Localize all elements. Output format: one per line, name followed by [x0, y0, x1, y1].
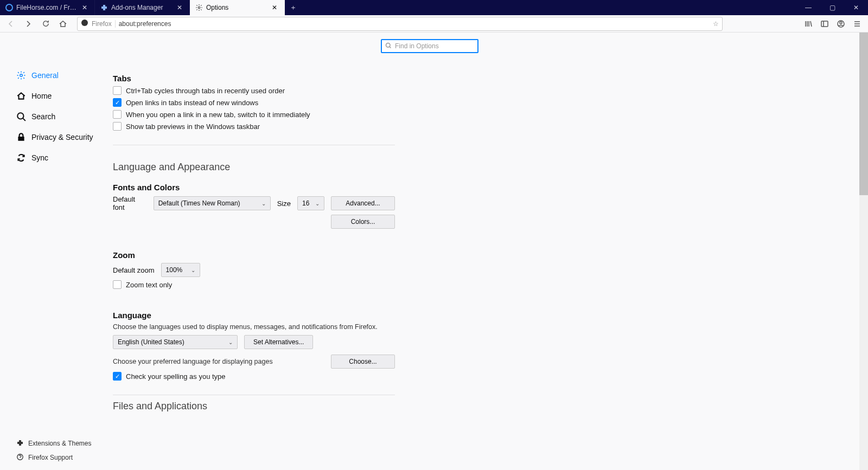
new-tab-button[interactable]: ＋: [285, 0, 301, 15]
checkbox-taskbar-previews[interactable]: [113, 122, 122, 131]
site-icon: [5, 4, 13, 11]
section-title-language-appearance: Language and Appearance: [113, 162, 395, 173]
bookmark-star-icon[interactable]: ☆: [713, 20, 719, 28]
checkbox-spellcheck[interactable]: [113, 372, 122, 381]
advanced-fonts-button[interactable]: Advanced...: [331, 196, 395, 210]
sidebar-item-label: General: [31, 71, 59, 80]
section-title-zoom: Zoom: [113, 250, 395, 260]
browser-tab-1[interactable]: Add-ons Manager ✕: [95, 0, 190, 15]
tab-label: Add-ons Manager: [111, 4, 172, 11]
search-icon: [16, 112, 26, 121]
link-label: Extensions & Themes: [28, 440, 92, 447]
maximize-button[interactable]: ▢: [820, 0, 844, 15]
account-button[interactable]: [833, 16, 848, 31]
size-label: Size: [277, 199, 291, 208]
select-value: 16: [302, 199, 309, 207]
close-icon[interactable]: ✕: [80, 4, 89, 11]
bottom-links: Extensions & Themes Firefox Support: [16, 436, 92, 465]
search-input[interactable]: [395, 42, 476, 50]
preferences-page: General Home Search Privacy & Security S…: [0, 33, 859, 470]
close-window-button[interactable]: ✕: [844, 0, 868, 15]
firefox-support-link[interactable]: Firefox Support: [16, 450, 92, 465]
font-size-select[interactable]: 16 ⌄: [297, 196, 324, 210]
scrollbar-thumb[interactable]: [859, 33, 868, 195]
svg-point-6: [386, 43, 391, 47]
sidebar-button[interactable]: [817, 16, 832, 31]
library-button[interactable]: [801, 16, 816, 31]
home-button[interactable]: [55, 16, 71, 31]
puzzle-icon: [16, 439, 24, 448]
checkbox-label: Zoom text only: [126, 281, 172, 289]
window-controls: — ▢ ✕: [796, 0, 868, 15]
chevron-down-icon: ⌄: [191, 267, 195, 273]
url-bar[interactable]: Firefox about:preferences ☆: [77, 17, 723, 31]
set-alternatives-button[interactable]: Set Alternatives...: [244, 335, 313, 349]
tab-label: Options: [206, 4, 267, 11]
gear-icon: [16, 70, 26, 80]
help-icon: [16, 453, 24, 462]
sidebar-item-label: Search: [31, 112, 55, 121]
svg-point-0: [6, 4, 12, 11]
sidebar-item-label: Home: [31, 92, 52, 100]
sidebar-item-home[interactable]: Home: [16, 86, 108, 106]
nav-toolbar: Firefox about:preferences ☆: [0, 15, 868, 33]
checkbox-open-links-in-tabs[interactable]: [113, 98, 122, 107]
forward-button[interactable]: [21, 16, 36, 31]
chevron-down-icon: ⌄: [315, 201, 320, 207]
svg-point-1: [198, 7, 200, 9]
checkbox-label: Ctrl+Tab cycles through tabs in recently…: [126, 87, 285, 95]
checkbox-label: When you open a link in a new tab, switc…: [126, 111, 310, 119]
choose-languages-button[interactable]: Choose...: [331, 355, 395, 369]
vertical-scrollbar[interactable]: [859, 33, 868, 470]
default-zoom-select[interactable]: 100% ⌄: [161, 263, 200, 277]
colors-button[interactable]: Colors...: [331, 215, 395, 229]
search-icon: [385, 42, 392, 50]
checkbox-ctrl-tab[interactable]: [113, 86, 122, 95]
sidebar-item-label: Privacy & Security: [31, 133, 93, 141]
tab-label: FileHorse.com / Free Software …: [16, 4, 77, 11]
browser-tab-2[interactable]: Options ✕: [190, 0, 285, 15]
sidebar-item-sync[interactable]: Sync: [16, 147, 108, 168]
category-sidebar: General Home Search Privacy & Security S…: [16, 65, 108, 168]
sidebar-item-general[interactable]: General: [16, 65, 108, 86]
default-zoom-label: Default zoom: [113, 266, 155, 274]
svg-point-2: [81, 20, 88, 26]
svg-point-8: [17, 113, 23, 119]
home-icon: [16, 91, 26, 101]
sidebar-item-privacy[interactable]: Privacy & Security: [16, 127, 108, 147]
close-icon[interactable]: ✕: [175, 4, 184, 11]
firefox-brand-icon: [81, 19, 88, 28]
sync-icon: [16, 153, 26, 163]
select-value: Default (Times New Roman): [158, 199, 240, 207]
link-label: Firefox Support: [28, 454, 73, 461]
addons-icon: [100, 4, 108, 11]
sidebar-item-label: Sync: [31, 153, 48, 162]
separator: [113, 145, 395, 145]
gear-icon: [195, 4, 203, 11]
search-in-options[interactable]: [381, 39, 478, 53]
section-title-files: Files and Applications: [113, 401, 395, 412]
browser-tabstrip: FileHorse.com / Free Software … ✕ Add-on…: [0, 0, 868, 15]
default-font-select[interactable]: Default (Times New Roman) ⌄: [154, 196, 271, 210]
back-button[interactable]: [3, 16, 18, 31]
default-font-label: Default font: [113, 195, 147, 211]
reload-button[interactable]: [38, 16, 53, 31]
minimize-button[interactable]: —: [796, 0, 820, 15]
chevron-down-icon: ⌄: [261, 201, 266, 207]
browser-tab-0[interactable]: FileHorse.com / Free Software … ✕: [0, 0, 95, 15]
checkbox-zoom-text-only[interactable]: [113, 280, 122, 289]
chevron-down-icon: ⌄: [228, 339, 233, 345]
sidebar-item-search[interactable]: Search: [16, 106, 108, 127]
extensions-themes-link[interactable]: Extensions & Themes: [16, 436, 92, 450]
checkbox-label: Check your spelling as you type: [126, 372, 226, 381]
url-text: about:preferences: [119, 20, 171, 28]
language-desc-1: Choose the languages used to display men…: [113, 323, 395, 331]
language-desc-2: Choose your preferred language for displ…: [113, 358, 273, 365]
checkbox-label: Show tab previews in the Windows taskbar: [126, 123, 260, 131]
close-icon[interactable]: ✕: [270, 4, 279, 11]
preferences-content: Tabs Ctrl+Tab cycles through tabs in rec…: [113, 74, 395, 422]
display-language-select[interactable]: English (United States) ⌄: [113, 335, 238, 349]
menu-button[interactable]: [850, 16, 865, 31]
checkbox-switch-immediately[interactable]: [113, 110, 122, 119]
section-title-language: Language: [113, 311, 395, 320]
